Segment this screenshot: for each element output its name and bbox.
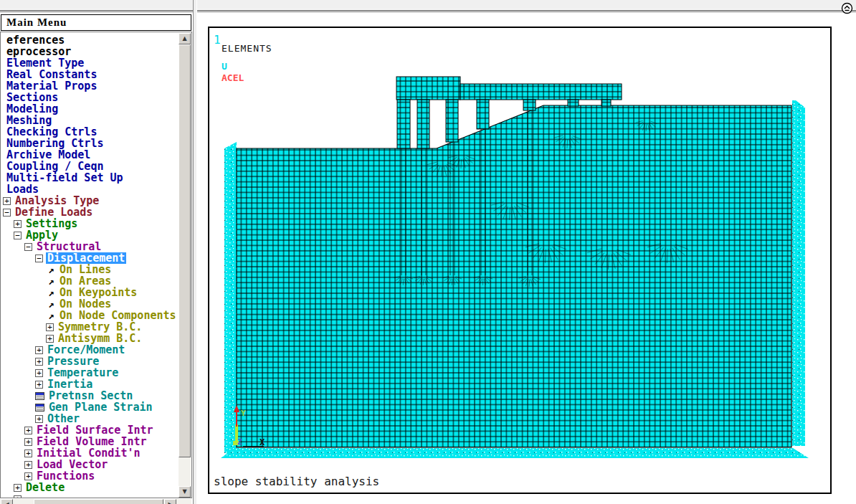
menu-item-loads[interactable]: Loads bbox=[1, 184, 179, 195]
menu-item-label: Structural bbox=[35, 241, 103, 252]
menu-item-other[interactable]: +Other bbox=[1, 413, 179, 424]
menu-item-checking-ctrls[interactable]: Checking Ctrls bbox=[1, 126, 179, 138]
menu-item-numbering-ctrls[interactable]: Numbering Ctrls bbox=[1, 138, 179, 149]
plot-type-label: ELEMENTS bbox=[222, 43, 272, 54]
menu-item-analysis-type[interactable]: +Analysis Type bbox=[1, 195, 179, 206]
menu-item-label: Settings bbox=[24, 218, 79, 229]
expand-icon[interactable]: + bbox=[35, 358, 43, 366]
menu-item-load-vector[interactable]: +Load Vector bbox=[1, 459, 179, 470]
expand-icon[interactable]: + bbox=[24, 438, 32, 446]
pile-column bbox=[477, 100, 489, 129]
menu-item-label: On Lines bbox=[58, 264, 113, 275]
menu-item-on-lines[interactable]: ↗On Lines bbox=[1, 264, 179, 275]
panel-divider[interactable] bbox=[193, 0, 197, 504]
collapse-icon[interactable]: − bbox=[3, 209, 11, 217]
menu-item-force-moment[interactable]: +Force/Moment bbox=[1, 344, 179, 356]
action-arrow-icon[interactable]: ↗ bbox=[46, 298, 57, 310]
menu-item-coupling-ceqn[interactable]: Coupling / Ceqn bbox=[1, 161, 179, 172]
expand-icon[interactable]: + bbox=[3, 197, 11, 205]
menu-item-field-surface-intr[interactable]: +Field Surface Intr bbox=[1, 424, 179, 436]
menu-item-symmetry-b-c[interactable]: +Symmetry B.C. bbox=[1, 321, 179, 333]
action-arrow-icon[interactable]: ↗ bbox=[46, 264, 57, 275]
expand-icon[interactable]: + bbox=[14, 495, 22, 499]
action-arrow-icon[interactable]: ↗ bbox=[46, 275, 57, 287]
menu-item-material-props[interactable]: Material Props bbox=[1, 80, 179, 92]
main-menu-titlebar: Main Menu bbox=[1, 14, 191, 31]
u-bc-label: U bbox=[222, 61, 227, 72]
menu-item-eprocessor[interactable]: eprocessor bbox=[1, 46, 179, 57]
menu-item-label: Coupling / Ceqn bbox=[5, 161, 105, 172]
menu-vscroll-thumb[interactable] bbox=[179, 44, 191, 457]
menu-hscroll-right-icon[interactable]: ▶ bbox=[164, 499, 176, 504]
menu-item-label: eferences bbox=[5, 34, 66, 46]
menu-item-meshing[interactable]: Meshing bbox=[1, 115, 179, 126]
action-arrow-icon[interactable]: ↗ bbox=[46, 287, 57, 298]
expand-icon[interactable]: + bbox=[24, 450, 32, 457]
menu-vscroll-down-icon[interactable]: ▼ bbox=[179, 486, 191, 498]
menu-item-apply[interactable]: −Apply bbox=[1, 229, 179, 241]
menu-item-label: Field Surface Intr bbox=[35, 424, 155, 436]
menu-item-element-type[interactable]: Element Type bbox=[1, 57, 179, 69]
dialog-icon[interactable] bbox=[35, 404, 44, 412]
expand-icon[interactable]: + bbox=[24, 427, 32, 434]
menu-item-label: Pressure bbox=[46, 356, 100, 367]
expand-icon[interactable]: + bbox=[46, 323, 54, 331]
menu-item-field-volume-intr[interactable]: +Field Volume Intr bbox=[1, 436, 179, 447]
expand-icon[interactable]: + bbox=[35, 369, 43, 377]
menu-item-label: Antisymm B.C. bbox=[57, 333, 143, 344]
menu-item-label: Real Constants bbox=[5, 69, 98, 80]
menu-item-label: On Keypoints bbox=[58, 287, 138, 298]
collapse-panel-icon[interactable] bbox=[841, 2, 853, 14]
menu-item-inertia[interactable]: +Inertia bbox=[1, 379, 179, 390]
expand-icon[interactable]: + bbox=[35, 415, 43, 423]
menu-hscroll-left-icon[interactable]: ◀ bbox=[1, 499, 13, 504]
graphics-window[interactable]: Y Z X 1 ELEMENTS U ACEL slope stability … bbox=[208, 27, 832, 494]
expand-icon[interactable]: + bbox=[35, 381, 43, 389]
menu-item-on-areas[interactable]: ↗On Areas bbox=[1, 275, 179, 287]
menu-item-structural[interactable]: −Structural bbox=[1, 241, 179, 252]
menu-item-sections[interactable]: Sections bbox=[1, 92, 179, 103]
menu-item-antisymm-b-c[interactable]: +Antisymm B.C. bbox=[1, 333, 179, 344]
menu-item-functions[interactable]: +Functions bbox=[1, 470, 179, 482]
plot-caption: slope stability analysis bbox=[214, 475, 379, 488]
dialog-icon[interactable] bbox=[35, 392, 44, 400]
menu-item-partial[interactable]: + bbox=[1, 493, 179, 498]
menu-hscroll-thumb[interactable] bbox=[34, 499, 163, 504]
menu-item-define-loads[interactable]: −Define Loads bbox=[1, 206, 179, 218]
expand-icon[interactable]: + bbox=[24, 472, 32, 480]
menu-item-initial-condit-n[interactable]: +Initial Condit'n bbox=[1, 447, 179, 459]
main-menu-title: Main Menu bbox=[1, 16, 67, 29]
menu-item-label: Numbering Ctrls bbox=[5, 138, 105, 149]
expand-icon[interactable]: + bbox=[14, 220, 22, 228]
menu-vscroll-up-icon[interactable]: ▲ bbox=[179, 33, 191, 44]
collapse-icon[interactable]: − bbox=[35, 255, 43, 262]
expand-icon[interactable]: + bbox=[35, 346, 43, 354]
collapse-icon[interactable]: − bbox=[14, 232, 22, 239]
collapse-icon[interactable]: − bbox=[24, 243, 32, 251]
menu-item-temperature[interactable]: +Temperature bbox=[1, 367, 179, 379]
menu-item-on-keypoints[interactable]: ↗On Keypoints bbox=[1, 287, 179, 298]
menu-item-pretnsn-sectn[interactable]: Pretnsn Sectn bbox=[1, 390, 179, 401]
menu-item-displacement[interactable]: −Displacement bbox=[1, 252, 179, 264]
menu-item-settings[interactable]: +Settings bbox=[1, 218, 179, 229]
bottom-bc-symbols bbox=[221, 448, 809, 458]
menu-item-archive-model[interactable]: Archive Model bbox=[1, 149, 179, 161]
pile-column bbox=[397, 100, 410, 148]
menu-item-label: Sections bbox=[5, 92, 60, 103]
expand-icon[interactable]: + bbox=[14, 484, 22, 492]
menu-item-gen-plane-strain[interactable]: Gen Plane Strain bbox=[1, 401, 179, 413]
menu-item-modeling[interactable]: Modeling bbox=[1, 103, 179, 115]
menu-item-on-node-components[interactable]: ↗On Node Components bbox=[1, 310, 179, 321]
menu-item-eferences[interactable]: eferences bbox=[1, 34, 179, 46]
action-arrow-icon[interactable]: ↗ bbox=[46, 310, 57, 321]
menu-item-real-constants[interactable]: Real Constants bbox=[1, 69, 179, 80]
menu-item-label: Symmetry B.C. bbox=[57, 321, 143, 333]
menu-item-label: Load Vector bbox=[35, 459, 109, 470]
menu-item-on-nodes[interactable]: ↗On Nodes bbox=[1, 298, 179, 310]
expand-icon[interactable]: + bbox=[46, 335, 54, 343]
pile-column bbox=[417, 100, 429, 148]
expand-icon[interactable]: + bbox=[24, 461, 32, 469]
menu-item-pressure[interactable]: +Pressure bbox=[1, 356, 179, 367]
menu-item-multi-field-set-up[interactable]: Multi-field Set Up bbox=[1, 172, 179, 184]
menu-item-delete[interactable]: +Delete bbox=[1, 482, 179, 493]
